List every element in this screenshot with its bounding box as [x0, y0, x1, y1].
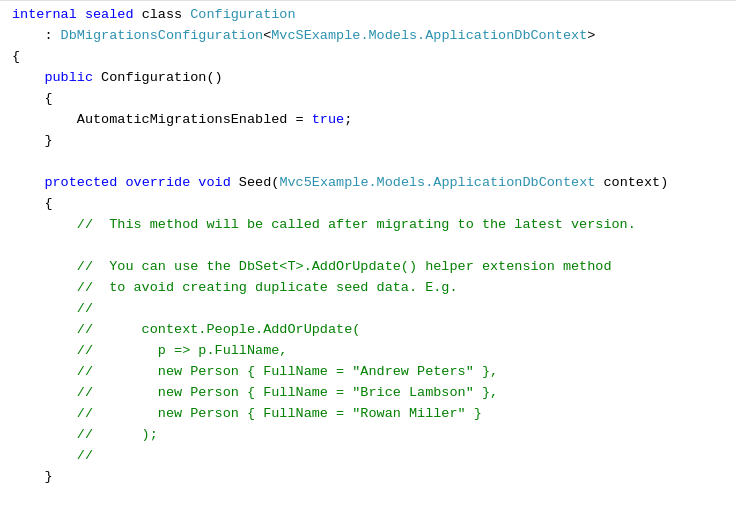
code-line: { — [0, 47, 736, 68]
code-line: // ); — [0, 425, 736, 446]
code-token: ApplicationDbContext — [425, 28, 587, 43]
code-token: // new Person { FullName = "Rowan Miller… — [77, 406, 482, 421]
code-token: DbMigrationsConfiguration — [61, 28, 264, 43]
code-token — [12, 280, 77, 295]
code-line: protected override void Seed(Mvc5Example… — [0, 173, 736, 194]
code-line: AutomaticMigrationsEnabled = true; — [0, 110, 736, 131]
code-token: // new Person { FullName = "Brice Lambso… — [77, 385, 498, 400]
code-line: internal sealed class Configuration — [0, 5, 736, 26]
code-line — [0, 152, 736, 173]
code-token: class — [134, 7, 191, 22]
code-token — [12, 343, 77, 358]
code-token: } — [12, 133, 53, 148]
code-token: Configuration() — [93, 70, 223, 85]
code-line: // p => p.FullName, — [0, 341, 736, 362]
code-token: { — [12, 196, 53, 211]
code-token: // This method will be called after migr… — [77, 217, 636, 232]
code-token: // context.People.AddOrUpdate( — [77, 322, 361, 337]
code-token: } — [12, 469, 53, 484]
code-token — [12, 175, 44, 190]
code-token — [77, 7, 85, 22]
code-line: // new Person { FullName = "Rowan Miller… — [0, 404, 736, 425]
code-token — [12, 301, 77, 316]
code-token: { — [12, 49, 20, 64]
code-token: Mvc5Example.Models. — [279, 175, 433, 190]
code-token: override — [125, 175, 190, 190]
code-line — [0, 488, 736, 508]
code-line: // new Person { FullName = "Brice Lambso… — [0, 383, 736, 404]
code-token — [12, 427, 77, 442]
code-token: { — [12, 91, 53, 106]
code-token: ApplicationDbContext — [433, 175, 595, 190]
code-token: ; — [344, 112, 352, 127]
code-token — [12, 448, 77, 463]
code-token: true — [312, 112, 344, 127]
code-token — [12, 385, 77, 400]
code-token: Configuration — [190, 7, 295, 22]
code-line: // — [0, 299, 736, 320]
code-token: Seed( — [231, 175, 280, 190]
code-token: public — [44, 70, 93, 85]
code-line: // — [0, 446, 736, 467]
code-token: sealed — [85, 7, 134, 22]
code-line — [0, 236, 736, 257]
code-line: // to avoid creating duplicate seed data… — [0, 278, 736, 299]
code-token: AutomaticMigrationsEnabled = — [12, 112, 312, 127]
code-token: void — [198, 175, 230, 190]
code-line: // This method will be called after migr… — [0, 215, 736, 236]
code-line: } — [0, 467, 736, 488]
code-token — [12, 406, 77, 421]
code-token: // ); — [77, 427, 158, 442]
code-token: MvcSExample.Models. — [271, 28, 425, 43]
code-line: : DbMigrationsConfiguration<MvcSExample.… — [0, 26, 736, 47]
code-line: // context.People.AddOrUpdate( — [0, 320, 736, 341]
code-token — [12, 70, 44, 85]
code-editor: internal sealed class Configuration : Db… — [0, 0, 736, 508]
code-token: protected — [44, 175, 117, 190]
code-line: public Configuration() — [0, 68, 736, 89]
code-token — [12, 322, 77, 337]
code-token: // — [77, 301, 93, 316]
code-line: { — [0, 194, 736, 215]
code-token: // to avoid creating duplicate seed data… — [77, 280, 458, 295]
code-line: { — [0, 89, 736, 110]
code-line: // You can use the DbSet<T>.AddOrUpdate(… — [0, 257, 736, 278]
code-line: // new Person { FullName = "Andrew Peter… — [0, 362, 736, 383]
code-token: // — [77, 448, 93, 463]
code-token: // You can use the DbSet<T>.AddOrUpdate(… — [77, 259, 612, 274]
code-token: : — [12, 28, 61, 43]
code-token — [12, 364, 77, 379]
code-line: } — [0, 131, 736, 152]
code-token: // p => p.FullName, — [77, 343, 288, 358]
code-token: > — [587, 28, 595, 43]
code-token: context) — [595, 175, 668, 190]
code-token — [12, 217, 77, 232]
code-token — [12, 259, 77, 274]
code-token: // new Person { FullName = "Andrew Peter… — [77, 364, 498, 379]
code-token: internal — [12, 7, 77, 22]
